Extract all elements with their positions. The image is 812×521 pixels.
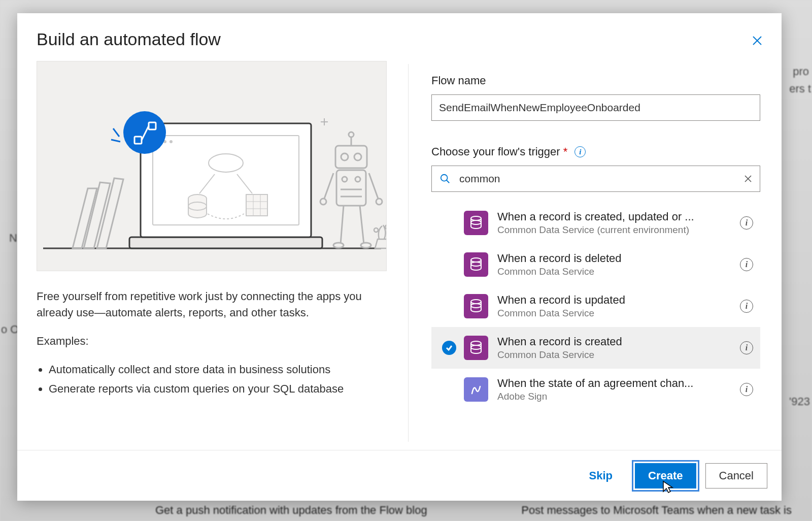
svg-point-34 — [355, 177, 360, 182]
cursor-icon — [662, 480, 673, 494]
trigger-row[interactable]: When a record is createdCommon Data Serv… — [431, 327, 760, 369]
svg-point-45 — [374, 228, 378, 232]
trigger-title: When a record is created, updated or ... — [497, 210, 734, 223]
left-pane: Free yourself from repetitive work just … — [37, 61, 387, 400]
trigger-connector-name: Common Data Service — [497, 266, 734, 277]
automated-flow-dialog: Build an automated flow — [17, 13, 782, 501]
svg-line-24 — [111, 140, 120, 142]
svg-point-55 — [471, 300, 481, 304]
radio-slot — [434, 341, 464, 355]
adobe-sign-icon — [464, 377, 488, 402]
svg-point-54 — [471, 262, 481, 266]
trigger-connector-name: Common Data Service — [497, 308, 734, 319]
bg-frag: pro — [793, 65, 809, 78]
trigger-title: When a record is deleted — [497, 252, 734, 265]
svg-rect-5 — [153, 136, 299, 225]
svg-point-56 — [471, 304, 481, 308]
svg-point-40 — [376, 199, 382, 205]
trigger-labels: When the state of an agreement chan...Ad… — [497, 377, 734, 402]
svg-line-37 — [324, 173, 333, 199]
trigger-info-icon[interactable]: i — [740, 258, 753, 271]
trigger-row[interactable]: When a record is deletedCommon Data Serv… — [431, 244, 760, 285]
trigger-search-input[interactable] — [431, 166, 760, 192]
svg-line-38 — [369, 173, 378, 199]
trigger-info-icon[interactable]: i — [740, 300, 753, 313]
radio-checked-icon — [442, 341, 456, 355]
svg-point-29 — [354, 153, 361, 160]
bg-frag: ers t — [789, 82, 811, 95]
svg-point-52 — [471, 220, 481, 224]
trigger-labels: When a record is created, updated or ...… — [497, 210, 734, 236]
trigger-label: Choose your flow's trigger * i — [431, 145, 760, 158]
svg-point-33 — [342, 177, 347, 182]
svg-point-46 — [385, 225, 387, 229]
common-data-service-icon — [464, 294, 488, 318]
trigger-info-icon[interactable]: i — [740, 216, 753, 230]
clear-search-button[interactable] — [743, 174, 753, 184]
create-button[interactable]: Create — [635, 463, 696, 489]
dialog-footer: Skip Create Cancel — [17, 450, 782, 501]
svg-line-48 — [447, 180, 450, 183]
svg-rect-32 — [336, 170, 366, 206]
svg-rect-14 — [246, 194, 267, 216]
close-button[interactable] — [750, 34, 764, 48]
svg-point-8 — [170, 140, 173, 143]
flow-name-input[interactable] — [431, 94, 760, 121]
dialog-title: Build an automated flow — [37, 29, 221, 49]
trigger-connector-name: Adobe Sign — [497, 391, 734, 402]
common-data-service-icon — [464, 211, 488, 235]
svg-point-57 — [471, 341, 481, 345]
svg-point-39 — [320, 199, 326, 205]
illustration-svg — [37, 61, 387, 271]
svg-point-44 — [361, 243, 371, 248]
trigger-row[interactable]: When the state of an agreement chan...Ad… — [431, 369, 760, 410]
svg-rect-27 — [335, 146, 367, 168]
svg-line-41 — [341, 206, 344, 244]
trigger-row[interactable]: When a record is created, updated or ...… — [431, 202, 760, 244]
svg-point-53 — [471, 258, 481, 262]
trigger-section: Choose your flow's trigger * i When a re… — [431, 145, 760, 410]
description-text: Free yourself from repetitive work just … — [37, 288, 387, 321]
examples-heading: Examples: — [37, 333, 387, 349]
right-pane: Flow name Choose your flow's trigger * i — [431, 74, 760, 410]
svg-point-51 — [471, 216, 481, 220]
trigger-labels: When a record is deletedCommon Data Serv… — [497, 252, 734, 277]
search-icon — [439, 173, 451, 184]
illustration — [37, 61, 387, 271]
bg-frag: N — [9, 232, 17, 245]
svg-point-47 — [441, 175, 448, 181]
trigger-connector-name: Common Data Service (current environment… — [497, 224, 734, 236]
trigger-title: When the state of an agreement chan... — [497, 377, 734, 390]
trigger-connector-name: Common Data Service — [497, 349, 734, 361]
info-icon[interactable]: i — [574, 146, 586, 157]
skip-button[interactable]: Skip — [576, 463, 626, 489]
trigger-info-icon[interactable]: i — [740, 341, 753, 354]
trigger-search-wrap — [431, 166, 760, 192]
close-icon — [751, 35, 763, 47]
clear-icon — [743, 174, 753, 183]
svg-point-31 — [349, 132, 354, 137]
example-item: Generate reports via custom queries on y… — [49, 381, 387, 397]
cancel-button[interactable]: Cancel — [705, 463, 767, 489]
svg-line-23 — [113, 128, 119, 137]
trigger-title: When a record is updated — [497, 294, 734, 307]
bg-frag: Post messages to Microsoft Teams when a … — [521, 504, 792, 517]
svg-line-42 — [360, 206, 364, 244]
svg-point-28 — [341, 153, 348, 160]
trigger-info-icon[interactable]: i — [740, 383, 753, 396]
svg-rect-3 — [129, 237, 322, 248]
trigger-labels: When a record is updatedCommon Data Serv… — [497, 294, 734, 319]
trigger-row[interactable]: When a record is updatedCommon Data Serv… — [431, 285, 760, 327]
required-star: * — [563, 145, 568, 158]
bg-frag: Get a push notification with updates fro… — [155, 504, 427, 517]
trigger-labels: When a record is createdCommon Data Serv… — [497, 335, 734, 361]
bg-frag: '923 — [789, 395, 810, 408]
common-data-service-icon — [464, 252, 488, 277]
vertical-divider — [408, 64, 409, 442]
common-data-service-icon — [464, 336, 488, 360]
trigger-title: When a record is created — [497, 335, 734, 348]
trigger-list: When a record is created, updated or ...… — [431, 202, 760, 410]
description-block: Free yourself from repetitive work just … — [37, 288, 387, 397]
flow-name-label: Flow name — [431, 74, 760, 87]
svg-point-58 — [471, 345, 481, 349]
